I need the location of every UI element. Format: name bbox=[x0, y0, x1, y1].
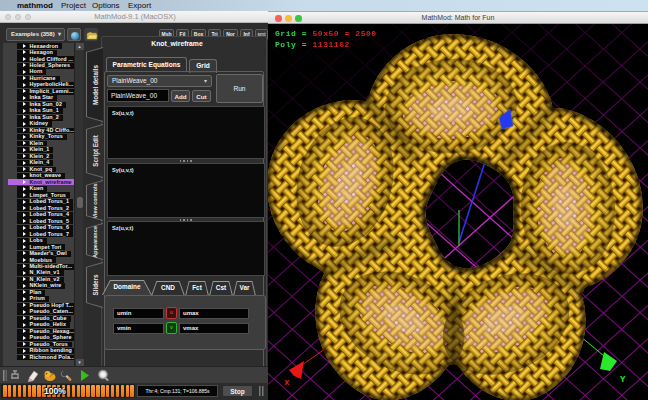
svg-text:Grid = 50x50 = 2500: Grid = 50x50 = 2500 bbox=[275, 29, 377, 38]
svg-text:Poly = 1131162: Poly = 1131162 bbox=[275, 40, 350, 49]
svg-text:x: x bbox=[284, 378, 290, 388]
svg-text:Y: Y bbox=[620, 375, 626, 385]
svg-text:2: 2 bbox=[512, 110, 516, 117]
